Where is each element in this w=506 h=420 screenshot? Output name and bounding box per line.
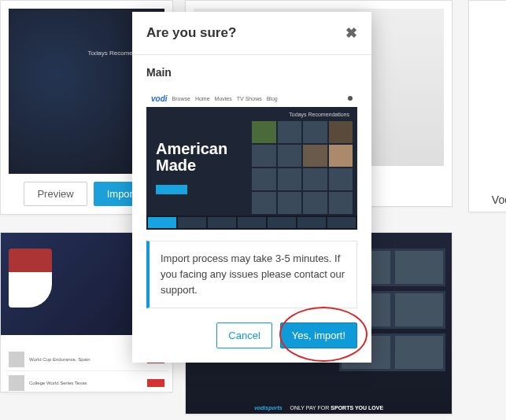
cancel-button[interactable]: Cancel — [216, 322, 271, 348]
demo-preview-image: vodi Browse Home Movies TV Shows Blog To… — [146, 90, 357, 230]
preview-navbar: vodi Browse Home Movies TV Shows Blog — [146, 90, 357, 107]
reco-grid — [252, 121, 353, 214]
modal-footer: Cancel Yes, import! — [132, 322, 371, 363]
avatar-icon — [348, 96, 353, 101]
watch-button-graphic — [156, 185, 187, 194]
yes-import-button[interactable]: Yes, import! — [280, 322, 357, 348]
modal-header: Are you sure? ✖ — [132, 12, 371, 55]
bottom-strip — [146, 216, 357, 230]
reco-heading: Todays Recomendations — [289, 112, 349, 117]
hero-area: American Made — [156, 141, 227, 194]
hero-title: American Made — [156, 141, 227, 174]
demo-name-label: Main — [146, 66, 357, 79]
vodi-logo: vodi — [151, 94, 168, 103]
confirmation-modal: Are you sure? ✖ Main vodi Browse Home Mo… — [132, 12, 371, 363]
info-message: Import process may take 3-5 minutes. If … — [146, 241, 357, 308]
modal-title: Are you sure? — [146, 25, 236, 41]
close-icon[interactable]: ✖ — [345, 24, 357, 42]
modal-body: Main vodi Browse Home Movies TV Shows Bl… — [132, 55, 371, 322]
